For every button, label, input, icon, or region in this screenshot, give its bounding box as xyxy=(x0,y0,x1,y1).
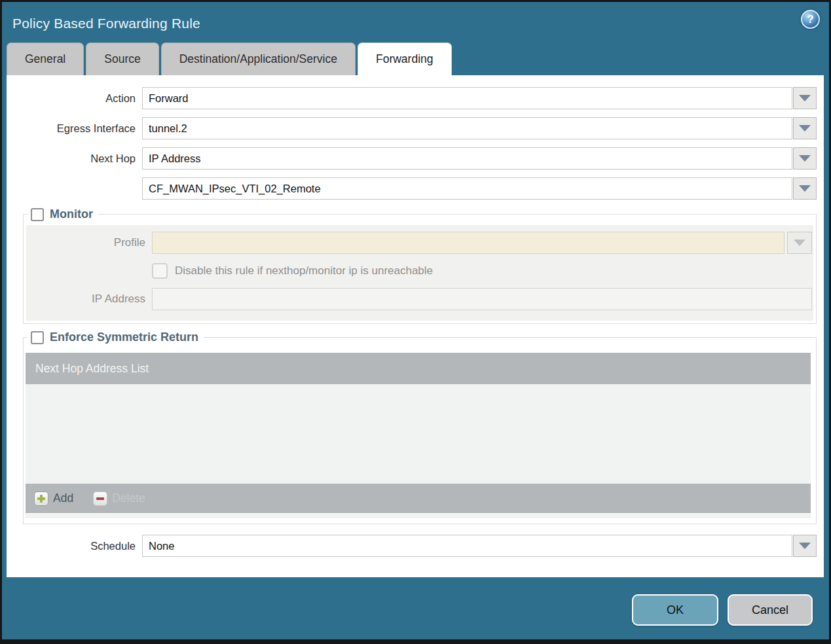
disable-rule-checkbox-disabled xyxy=(152,263,168,279)
cancel-button[interactable]: Cancel xyxy=(728,594,813,626)
schedule-row: Schedule None xyxy=(7,535,824,557)
action-row: Action Forward xyxy=(7,87,824,109)
next-hop-address-row: CF_MWAN_IPsec_VTI_02_Remote xyxy=(7,177,824,200)
table-toolbar: Add Delete xyxy=(26,484,811,513)
schedule-dropdown-button[interactable] xyxy=(793,535,817,557)
profile-row: Profile xyxy=(26,232,813,254)
next-hop-label: Next Hop xyxy=(7,152,136,165)
pbf-rule-dialog: Policy Based Forwarding Rule ? General S… xyxy=(0,0,831,644)
disable-rule-label: Disable this rule if nexthop/monitor ip … xyxy=(175,264,433,277)
delete-button-disabled: Delete xyxy=(93,492,145,506)
tab-source[interactable]: Source xyxy=(86,43,158,75)
profile-label: Profile xyxy=(26,236,145,249)
next-hop-address-select[interactable]: CF_MWAN_IPsec_VTI_02_Remote xyxy=(142,177,792,200)
dialog-titlebar: Policy Based Forwarding Rule xyxy=(2,2,829,42)
symmetric-return-legend-text: Enforce Symmetric Return xyxy=(50,331,198,344)
monitor-legend-text: Monitor xyxy=(50,207,93,221)
action-select[interactable]: Forward xyxy=(142,87,792,109)
chevron-down-icon xyxy=(794,240,805,246)
table-bottom-strip xyxy=(26,514,811,518)
chevron-down-icon xyxy=(799,95,811,101)
monitor-ip-label: IP Address xyxy=(26,293,145,306)
delete-icon xyxy=(93,492,107,506)
next-hop-address-dropdown-button[interactable] xyxy=(793,177,817,200)
egress-interface-dropdown-button[interactable] xyxy=(793,117,817,139)
add-button-label: Add xyxy=(53,492,73,505)
chevron-down-icon xyxy=(799,185,811,192)
next-hop-row: Next Hop IP Address xyxy=(7,147,824,170)
egress-interface-select[interactable]: tunnel.2 xyxy=(142,117,792,139)
dialog-footer: OK Cancel xyxy=(2,577,829,626)
help-icon[interactable]: ? xyxy=(801,10,820,29)
dialog-title: Policy Based Forwarding Rule xyxy=(12,16,200,31)
tab-label: General xyxy=(25,52,65,66)
chevron-down-icon xyxy=(799,543,811,549)
profile-select-disabled xyxy=(152,232,785,254)
symmetric-return-section: Enforce Symmetric Return Next Hop Addres… xyxy=(23,331,817,524)
monitor-body: Profile Disable this rule if nexthop/mon… xyxy=(26,225,813,321)
monitor-ip-input-disabled xyxy=(152,288,812,310)
disable-rule-row: Disable this rule if nexthop/monitor ip … xyxy=(152,263,813,279)
table-header-label: Next Hop Address List xyxy=(35,362,149,376)
next-hop-type-value: IP Address xyxy=(149,152,201,165)
table-header-row: Next Hop Address List xyxy=(26,353,811,384)
table-body-empty[interactable] xyxy=(26,384,811,484)
tab-label: Source xyxy=(104,52,140,66)
schedule-value: None xyxy=(149,540,174,552)
monitor-section: Monitor Profile Disable xyxy=(23,207,817,324)
schedule-select[interactable]: None xyxy=(142,535,792,557)
profile-dropdown-button-disabled xyxy=(787,232,812,254)
egress-interface-label: Egress Interface xyxy=(7,122,136,135)
monitor-checkbox[interactable] xyxy=(31,208,44,221)
ok-button[interactable]: OK xyxy=(632,594,718,626)
cancel-button-label: Cancel xyxy=(752,603,788,617)
chevron-down-icon xyxy=(799,155,811,162)
add-icon xyxy=(34,492,48,506)
forwarding-tab-panel: Action Forward Egress Interface tunnel.2 xyxy=(7,75,824,577)
monitor-legend: Monitor xyxy=(28,207,98,221)
chevron-down-icon xyxy=(799,125,811,132)
action-label: Action xyxy=(7,92,136,105)
egress-interface-value: tunnel.2 xyxy=(149,122,187,135)
ok-button-label: OK xyxy=(667,603,684,617)
next-hop-type-select[interactable]: IP Address xyxy=(142,147,792,170)
next-hop-type-dropdown-button[interactable] xyxy=(793,147,817,170)
action-value: Forward xyxy=(149,92,189,105)
next-hop-address-value: CF_MWAN_IPsec_VTI_02_Remote xyxy=(149,183,321,195)
symmetric-return-checkbox[interactable] xyxy=(31,331,44,344)
tab-label: Forwarding xyxy=(376,52,434,66)
tab-label: Destination/Application/Service xyxy=(179,52,337,66)
tab-general[interactable]: General xyxy=(7,43,84,75)
action-dropdown-button[interactable] xyxy=(793,87,817,109)
tab-destination-application-service[interactable]: Destination/Application/Service xyxy=(161,43,356,75)
schedule-label: Schedule xyxy=(7,540,136,552)
egress-interface-row: Egress Interface tunnel.2 xyxy=(7,117,824,139)
tab-forwarding[interactable]: Forwarding xyxy=(358,43,452,75)
add-button[interactable]: Add xyxy=(34,492,73,506)
delete-button-label: Delete xyxy=(112,492,145,505)
symmetric-return-legend: Enforce Symmetric Return xyxy=(28,331,204,344)
monitor-ip-row: IP Address xyxy=(26,288,813,310)
help-glyph: ? xyxy=(807,13,813,26)
next-hop-address-list-table: Next Hop Address List Add xyxy=(26,353,811,518)
tab-bar: General Source Destination/Application/S… xyxy=(2,42,829,75)
